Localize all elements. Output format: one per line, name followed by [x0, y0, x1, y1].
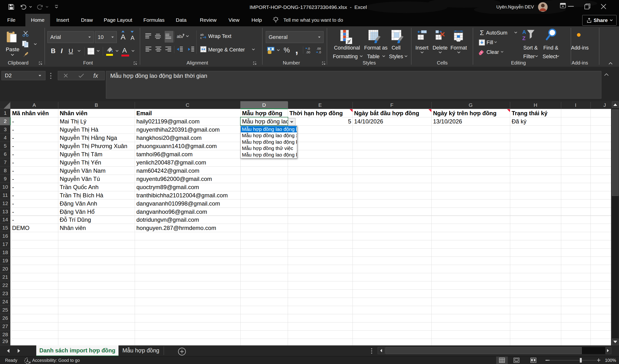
svg-text:A: A [522, 29, 526, 35]
svg-text:ab: ab [177, 34, 182, 39]
svg-text:Z: Z [522, 35, 525, 41]
svg-text:.0: .0 [318, 51, 321, 54]
svg-text:.00: .00 [306, 51, 310, 54]
svg-text:.00: .00 [317, 47, 321, 51]
svg-text:.0: .0 [307, 47, 310, 51]
svg-text:c: c [200, 36, 202, 39]
